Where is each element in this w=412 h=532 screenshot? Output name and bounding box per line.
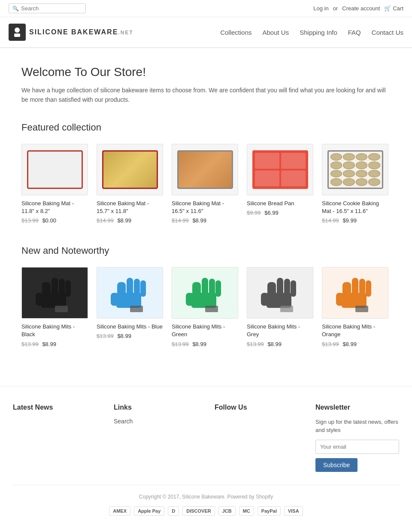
- cookie-mat-img: [327, 150, 383, 189]
- product-image: [247, 144, 313, 195]
- nav-collections[interactable]: Collections: [220, 29, 251, 36]
- price-original: $9.99: [247, 210, 261, 216]
- product-card[interactable]: Silicone Baking Mat - 15.7" x 11.8" $14.…: [97, 144, 163, 224]
- product-price: $13.99 $8.99: [172, 341, 238, 347]
- noteworthy-product-grid: Silicone Baking Mits - Black $13.99 $8.9…: [21, 267, 391, 347]
- payment-discover: DISCOVER: [182, 506, 215, 516]
- or-separator: or: [333, 5, 338, 12]
- svg-rect-35: [342, 293, 367, 308]
- cart-icon: 🛒: [384, 5, 391, 12]
- product-card[interactable]: Silicone Baking Mat - 16.5" x 11.6" $14.…: [172, 144, 238, 224]
- product-name: Silicone Baking Mits - Orange: [322, 323, 388, 338]
- price-original: $13.99: [172, 341, 189, 347]
- price-original: $13.99: [21, 217, 39, 224]
- nav-shipping-info[interactable]: Shipping Info: [300, 29, 337, 36]
- price-original: $13.99: [322, 341, 339, 347]
- price-sale: $9.99: [342, 217, 357, 224]
- price-original: $14.99: [97, 217, 114, 224]
- product-image: [172, 267, 238, 319]
- nav-about-us[interactable]: About Us: [263, 29, 289, 36]
- product-image: [172, 144, 238, 195]
- product-price: $13.99 $8.99: [247, 341, 313, 347]
- payment-apple-pay: Apple Pay: [134, 506, 164, 516]
- create-account-link[interactable]: Create account: [342, 5, 380, 12]
- bread-pan-img: [252, 150, 308, 189]
- search-form[interactable]: 🔍: [9, 3, 86, 13]
- product-card[interactable]: Silicone Baking Mits - Orange $13.99 $8.…: [322, 267, 388, 347]
- product-name: Silicone Baking Mits - Green: [172, 323, 238, 338]
- newsletter-title: Newsletter: [315, 404, 399, 411]
- nav-contact-us[interactable]: Contact Us: [372, 29, 403, 36]
- payment-paypal: PayPal: [258, 506, 281, 516]
- svg-rect-21: [191, 293, 216, 308]
- product-name: Silicone Bread Pan: [247, 200, 313, 207]
- product-name: Silicone Baking Mat - 11.8" x 8.2": [21, 200, 88, 215]
- svg-rect-14: [116, 293, 141, 308]
- price-sale: $8.99: [267, 341, 282, 347]
- footer-search-link[interactable]: Search: [114, 418, 197, 425]
- nav-faq[interactable]: FAQ: [348, 29, 361, 36]
- top-bar-right: Log in or Create account 🛒 Cart: [313, 5, 403, 12]
- svg-rect-8: [55, 306, 68, 312]
- logo-text: SILICONE BAKEWARE.NET: [29, 28, 133, 36]
- svg-rect-26: [291, 280, 296, 297]
- price-original: $14.99: [172, 217, 189, 224]
- price-original: $14.99: [322, 217, 339, 224]
- product-card[interactable]: Silicone Baking Mits - Black $13.99 $8.9…: [21, 267, 88, 347]
- product-card[interactable]: Silicone Baking Mits - Green $13.99 $8.9…: [172, 267, 238, 347]
- price-sale: $8.99: [342, 341, 357, 347]
- mat-white-img: [27, 150, 83, 189]
- glove-orange-img: [330, 269, 381, 316]
- glove-grey-img: [254, 269, 306, 316]
- svg-rect-1: [14, 33, 20, 37]
- payment-amex: AMEX: [109, 506, 130, 516]
- footer-latest-news: Latest News: [13, 404, 97, 472]
- logo-area: SILICONE BAKEWARE.NET: [9, 24, 133, 41]
- welcome-text: We have a huge collection of silicone ba…: [21, 85, 391, 105]
- email-input[interactable]: [315, 440, 399, 454]
- footer-bottom: Copyright © 2017, Silicone Bakeware. Pow…: [13, 485, 399, 516]
- glove-black-img: [29, 269, 81, 316]
- main-content: Welcome To Our Store! We have a huge col…: [13, 48, 399, 386]
- product-card[interactable]: Silicone Bread Pan $9.99 $6.99: [247, 144, 313, 224]
- price-sale: $0.00: [42, 217, 56, 224]
- copyright-text: Copyright © 2017, Silicone Bakeware. Pow…: [13, 494, 399, 500]
- mat-brown-img: [177, 150, 233, 189]
- price-sale: $8.99: [117, 333, 131, 339]
- featured-title: Featured collection: [21, 122, 391, 133]
- product-price: $14.99 $8.99: [97, 217, 163, 224]
- product-name: Silicone Baking Mits - Black: [21, 323, 88, 338]
- product-image: [247, 267, 313, 319]
- logo-icon: [9, 24, 26, 41]
- svg-rect-12: [140, 280, 146, 297]
- product-card[interactable]: Silicone Baking Mits - Grey $13.99 $8.99: [247, 267, 313, 347]
- svg-rect-29: [280, 306, 293, 312]
- glove-blue-img: [104, 269, 156, 316]
- search-input[interactable]: [21, 5, 81, 12]
- price-sale: $8.99: [192, 217, 206, 224]
- product-card[interactable]: Silicone Baking Mat - 11.8" x 8.2" $13.9…: [21, 144, 88, 224]
- price-sale: $8.99: [42, 341, 56, 347]
- svg-rect-33: [366, 280, 371, 297]
- payment-jcb: JCB: [218, 506, 236, 516]
- product-price: $13.99 $0.00: [21, 217, 88, 224]
- product-name: Silicone Baking Mat - 15.7" x 11.8": [97, 200, 163, 215]
- product-price: $14.99 $9.99: [322, 217, 388, 224]
- top-bar: 🔍 Log in or Create account 🛒 Cart: [0, 0, 412, 17]
- svg-point-0: [15, 27, 20, 33]
- welcome-section: Welcome To Our Store! We have a huge col…: [21, 65, 391, 105]
- subscribe-button[interactable]: Subscribe: [315, 458, 357, 472]
- price-original: $13.99: [97, 333, 114, 339]
- login-link[interactable]: Log in: [313, 5, 328, 12]
- price-sale: $8.99: [192, 341, 206, 347]
- product-card[interactable]: Silicone Baking Mits - Blue $13.99 $8.99: [97, 267, 163, 347]
- product-card[interactable]: Silicone Cookie Baking Mat - 16.5" x 11.…: [322, 144, 388, 224]
- product-image: [322, 267, 388, 319]
- product-price: $14.99 $8.99: [172, 217, 238, 224]
- product-name: Silicone Baking Mits - Blue: [97, 323, 163, 331]
- cart-link[interactable]: 🛒 Cart: [384, 5, 403, 12]
- footer-newsletter: Newsletter Sign up for the latest news, …: [315, 404, 399, 472]
- cart-label: Cart: [393, 5, 403, 12]
- footer-columns: Latest News Links Search Follow Us Newsl…: [13, 404, 399, 472]
- svg-rect-7: [41, 293, 66, 308]
